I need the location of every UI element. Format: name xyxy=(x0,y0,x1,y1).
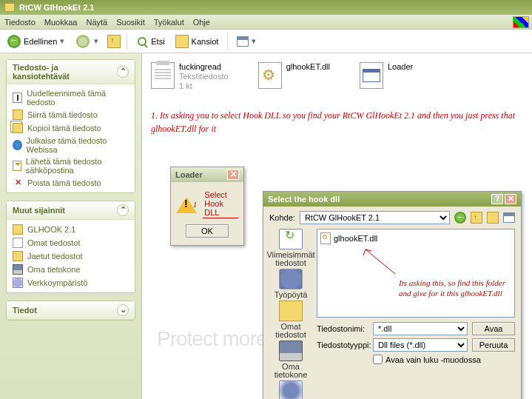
details-panel: Tiedot ⌄ xyxy=(6,301,135,321)
nav-back-icon[interactable] xyxy=(454,212,466,224)
computer-icon xyxy=(279,341,303,361)
place-glhook[interactable]: GLHOOK 2.1 xyxy=(13,223,129,236)
text-file-icon xyxy=(151,62,175,89)
panel-header[interactable]: Muut sijainnit ⌃ xyxy=(7,201,135,220)
place-docs[interactable]: Omat tiedostot xyxy=(13,236,129,249)
places-panel: Muut sijainnit ⌃ GLHOOK 2.1 Omat tiedost… xyxy=(6,201,135,293)
place-recent[interactable]: Viimeisimmät tiedostot xyxy=(266,229,314,267)
chevron-down-icon[interactable]: ▾ xyxy=(94,36,103,46)
lookin-select[interactable]: RtCW GlHookET 2.1 xyxy=(300,211,450,224)
menu-view[interactable]: Näytä xyxy=(86,18,107,27)
docs-icon xyxy=(13,238,23,248)
cancel-button[interactable]: Peruuta xyxy=(472,338,515,352)
expand-icon[interactable]: ⌄ xyxy=(117,304,129,316)
dll-file-icon xyxy=(320,232,331,244)
task-label: Kopioi tämä tiedosto xyxy=(27,124,101,133)
views-button[interactable]: ▾ xyxy=(234,35,263,48)
filetype-select[interactable]: Dll files (*.dll) xyxy=(373,338,468,352)
list-item[interactable]: glhookET.dll xyxy=(320,232,511,244)
ok-button[interactable]: OK xyxy=(186,224,229,238)
file-name: glhookET.dll xyxy=(334,234,377,243)
task-rename[interactable]: Uudelleennimeä tämä tiedosto xyxy=(13,87,129,108)
place-label: Jaetut tiedostot xyxy=(27,252,83,261)
up-button[interactable] xyxy=(107,35,121,48)
folder-icon xyxy=(13,224,23,235)
task-label: Siirrä tämä tiedosto xyxy=(27,110,98,119)
folders-icon xyxy=(175,35,189,48)
copy-icon xyxy=(13,123,23,133)
close-button[interactable]: ✕ xyxy=(227,170,239,180)
tasks-panel: Tiedosto- ja kansiotehtävät ⌃ Uudelleenn… xyxy=(6,59,135,193)
svg-line-0 xyxy=(366,249,395,274)
exe-file-icon xyxy=(360,62,383,89)
file-item[interactable]: glhookET.dll xyxy=(258,62,330,91)
collapse-icon[interactable]: ⌃ xyxy=(117,66,129,78)
dll-file-icon xyxy=(258,62,282,89)
filename-label: Tiedostonimi: xyxy=(317,324,368,333)
folder-icon xyxy=(13,251,23,261)
sidebar: Tiedosto- ja kansiotehtävät ⌃ Uudelleenn… xyxy=(0,53,142,399)
readonly-checkbox[interactable] xyxy=(373,355,383,364)
file-item[interactable]: Loader xyxy=(360,62,413,91)
file-item[interactable]: fuckingread Tekstitiedosto 1 kt xyxy=(151,62,229,91)
task-copy[interactable]: Kopioi tämä tiedosto xyxy=(13,121,129,135)
file-list: fuckingread Tekstitiedosto 1 kt glhookET… xyxy=(151,62,523,91)
search-icon xyxy=(138,37,147,46)
dialog-titlebar[interactable]: Select the hook dll ? ✕ xyxy=(263,192,521,207)
search-button[interactable]: Etsi xyxy=(133,34,167,49)
place-label: Työpöytä xyxy=(275,290,308,299)
menu-edit[interactable]: Muokkaa xyxy=(44,18,78,27)
warning-icon xyxy=(176,195,187,213)
computer-icon xyxy=(13,264,23,275)
dialog-titlebar[interactable]: Loader ✕ xyxy=(171,167,243,182)
separator xyxy=(227,33,228,50)
menu-favorites[interactable]: Suosikit xyxy=(116,18,145,27)
annotation-text: Its asking this, so find this folder and… xyxy=(399,278,517,298)
file-name: Loader xyxy=(388,62,413,72)
close-button[interactable]: ✕ xyxy=(505,194,516,204)
menu-file[interactable]: Tiedosto xyxy=(4,18,36,27)
panel-header[interactable]: Tiedosto- ja kansiotehtävät ⌃ xyxy=(7,60,135,84)
place-network[interactable]: Verkkoympäristö xyxy=(13,276,129,289)
chevron-down-icon: ▾ xyxy=(252,36,260,46)
menu-tools[interactable]: Työkalut xyxy=(154,18,184,27)
panel-title: Muut sijainnit xyxy=(13,206,65,215)
rename-icon xyxy=(13,93,22,103)
place-label: Verkkoympäristö xyxy=(27,278,87,287)
place-label: Oma tietokone xyxy=(275,362,308,379)
folders-button[interactable]: Kansiot xyxy=(172,33,222,50)
new-folder-icon[interactable] xyxy=(487,212,499,224)
place-mydocs[interactable]: Omat tiedostot xyxy=(269,301,312,339)
annotation-arrow xyxy=(362,248,399,279)
place-computer[interactable]: Oma tietokone xyxy=(13,263,129,276)
panel-header[interactable]: Tiedot ⌄ xyxy=(7,301,135,320)
filename-input[interactable]: *.dll xyxy=(373,322,468,335)
task-publish[interactable]: Julkaise tämä tiedosto Webissa xyxy=(13,135,129,155)
recent-icon xyxy=(279,229,303,249)
file-type: Tekstitiedosto xyxy=(179,72,229,81)
select-hook-dll-link[interactable]: Select Hook DLL xyxy=(203,190,238,218)
chevron-down-icon[interactable]: ▾ xyxy=(60,36,69,46)
help-button[interactable]: ? xyxy=(491,194,503,204)
forward-button[interactable] xyxy=(76,35,90,48)
file-size: 1 kt xyxy=(179,81,229,91)
file-name: glhookET.dll xyxy=(286,62,330,72)
menu-help[interactable]: Ohje xyxy=(193,18,210,27)
views-icon[interactable] xyxy=(503,212,515,223)
place-network[interactable]: Verkkoympäristö xyxy=(260,380,320,399)
place-shared[interactable]: Jaetut tiedostot xyxy=(13,249,129,263)
task-move[interactable]: Siirrä tämä tiedosto xyxy=(13,108,129,121)
collapse-icon[interactable]: ⌃ xyxy=(117,204,129,216)
task-email[interactable]: Lähetä tämä tiedosto sähköpostina xyxy=(13,155,129,176)
file-listbox[interactable]: glhookET.dll Its asking this, so find th… xyxy=(317,229,515,318)
place-mycomputer[interactable]: Oma tietokone xyxy=(269,341,312,379)
lookin-label: Kohde: xyxy=(269,213,295,222)
place-desktop[interactable]: Työpöytä xyxy=(275,269,308,299)
nav-up-icon[interactable] xyxy=(471,212,482,224)
place-label: GLHOOK 2.1 xyxy=(27,225,75,234)
folder-icon xyxy=(4,3,15,12)
task-delete[interactable]: ✕Poista tämä tiedosto xyxy=(13,176,129,190)
open-button[interactable]: Avaa xyxy=(472,322,515,335)
back-button[interactable]: Edellinen ▾ xyxy=(4,33,72,50)
place-label: Viimeisimmät tiedostot xyxy=(266,250,314,267)
